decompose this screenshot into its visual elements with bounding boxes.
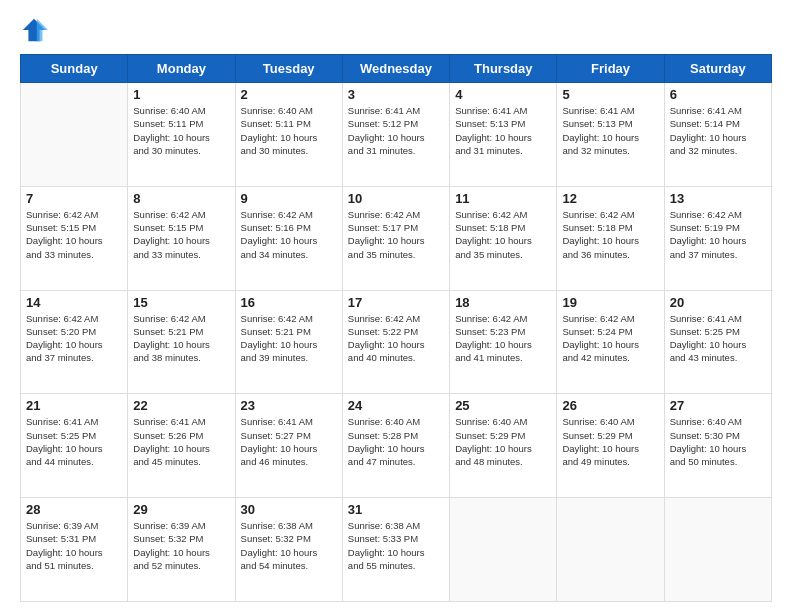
day-number: 12 xyxy=(562,191,658,206)
day-info: Sunrise: 6:39 AM Sunset: 5:31 PM Dayligh… xyxy=(26,519,122,572)
weekday-header-friday: Friday xyxy=(557,55,664,83)
day-info: Sunrise: 6:39 AM Sunset: 5:32 PM Dayligh… xyxy=(133,519,229,572)
day-cell xyxy=(21,83,128,187)
day-cell: 25Sunrise: 6:40 AM Sunset: 5:29 PM Dayli… xyxy=(450,394,557,498)
week-row-3: 14Sunrise: 6:42 AM Sunset: 5:20 PM Dayli… xyxy=(21,290,772,394)
page: SundayMondayTuesdayWednesdayThursdayFrid… xyxy=(0,0,792,612)
day-cell: 9Sunrise: 6:42 AM Sunset: 5:16 PM Daylig… xyxy=(235,186,342,290)
day-number: 7 xyxy=(26,191,122,206)
day-cell xyxy=(557,498,664,602)
day-number: 19 xyxy=(562,295,658,310)
day-cell: 7Sunrise: 6:42 AM Sunset: 5:15 PM Daylig… xyxy=(21,186,128,290)
day-info: Sunrise: 6:41 AM Sunset: 5:12 PM Dayligh… xyxy=(348,104,444,157)
weekday-header-row: SundayMondayTuesdayWednesdayThursdayFrid… xyxy=(21,55,772,83)
day-cell: 26Sunrise: 6:40 AM Sunset: 5:29 PM Dayli… xyxy=(557,394,664,498)
day-cell: 1Sunrise: 6:40 AM Sunset: 5:11 PM Daylig… xyxy=(128,83,235,187)
day-number: 17 xyxy=(348,295,444,310)
day-number: 3 xyxy=(348,87,444,102)
day-info: Sunrise: 6:42 AM Sunset: 5:15 PM Dayligh… xyxy=(133,208,229,261)
day-number: 9 xyxy=(241,191,337,206)
day-cell: 5Sunrise: 6:41 AM Sunset: 5:13 PM Daylig… xyxy=(557,83,664,187)
weekday-header-thursday: Thursday xyxy=(450,55,557,83)
day-number: 11 xyxy=(455,191,551,206)
weekday-header-monday: Monday xyxy=(128,55,235,83)
day-cell: 22Sunrise: 6:41 AM Sunset: 5:26 PM Dayli… xyxy=(128,394,235,498)
day-number: 31 xyxy=(348,502,444,517)
day-cell: 14Sunrise: 6:42 AM Sunset: 5:20 PM Dayli… xyxy=(21,290,128,394)
weekday-header-tuesday: Tuesday xyxy=(235,55,342,83)
weekday-header-saturday: Saturday xyxy=(664,55,771,83)
day-cell: 8Sunrise: 6:42 AM Sunset: 5:15 PM Daylig… xyxy=(128,186,235,290)
logo-icon xyxy=(20,16,48,44)
day-info: Sunrise: 6:40 AM Sunset: 5:30 PM Dayligh… xyxy=(670,415,766,468)
day-cell: 27Sunrise: 6:40 AM Sunset: 5:30 PM Dayli… xyxy=(664,394,771,498)
day-info: Sunrise: 6:41 AM Sunset: 5:26 PM Dayligh… xyxy=(133,415,229,468)
week-row-2: 7Sunrise: 6:42 AM Sunset: 5:15 PM Daylig… xyxy=(21,186,772,290)
weekday-header-sunday: Sunday xyxy=(21,55,128,83)
day-cell: 29Sunrise: 6:39 AM Sunset: 5:32 PM Dayli… xyxy=(128,498,235,602)
day-cell: 2Sunrise: 6:40 AM Sunset: 5:11 PM Daylig… xyxy=(235,83,342,187)
day-cell xyxy=(664,498,771,602)
day-number: 30 xyxy=(241,502,337,517)
day-number: 2 xyxy=(241,87,337,102)
day-number: 4 xyxy=(455,87,551,102)
day-number: 29 xyxy=(133,502,229,517)
day-cell: 13Sunrise: 6:42 AM Sunset: 5:19 PM Dayli… xyxy=(664,186,771,290)
day-cell: 11Sunrise: 6:42 AM Sunset: 5:18 PM Dayli… xyxy=(450,186,557,290)
day-number: 14 xyxy=(26,295,122,310)
day-info: Sunrise: 6:42 AM Sunset: 5:23 PM Dayligh… xyxy=(455,312,551,365)
day-cell: 20Sunrise: 6:41 AM Sunset: 5:25 PM Dayli… xyxy=(664,290,771,394)
day-cell: 21Sunrise: 6:41 AM Sunset: 5:25 PM Dayli… xyxy=(21,394,128,498)
day-cell: 18Sunrise: 6:42 AM Sunset: 5:23 PM Dayli… xyxy=(450,290,557,394)
day-cell: 12Sunrise: 6:42 AM Sunset: 5:18 PM Dayli… xyxy=(557,186,664,290)
day-cell: 19Sunrise: 6:42 AM Sunset: 5:24 PM Dayli… xyxy=(557,290,664,394)
day-info: Sunrise: 6:41 AM Sunset: 5:25 PM Dayligh… xyxy=(670,312,766,365)
day-info: Sunrise: 6:41 AM Sunset: 5:13 PM Dayligh… xyxy=(455,104,551,157)
day-info: Sunrise: 6:41 AM Sunset: 5:25 PM Dayligh… xyxy=(26,415,122,468)
day-cell xyxy=(450,498,557,602)
logo xyxy=(20,16,52,44)
day-number: 18 xyxy=(455,295,551,310)
day-cell: 15Sunrise: 6:42 AM Sunset: 5:21 PM Dayli… xyxy=(128,290,235,394)
day-cell: 16Sunrise: 6:42 AM Sunset: 5:21 PM Dayli… xyxy=(235,290,342,394)
day-number: 5 xyxy=(562,87,658,102)
day-number: 13 xyxy=(670,191,766,206)
day-info: Sunrise: 6:40 AM Sunset: 5:29 PM Dayligh… xyxy=(455,415,551,468)
day-cell: 31Sunrise: 6:38 AM Sunset: 5:33 PM Dayli… xyxy=(342,498,449,602)
day-number: 15 xyxy=(133,295,229,310)
day-info: Sunrise: 6:42 AM Sunset: 5:16 PM Dayligh… xyxy=(241,208,337,261)
day-cell: 24Sunrise: 6:40 AM Sunset: 5:28 PM Dayli… xyxy=(342,394,449,498)
svg-marker-1 xyxy=(37,19,48,41)
day-number: 27 xyxy=(670,398,766,413)
day-info: Sunrise: 6:42 AM Sunset: 5:20 PM Dayligh… xyxy=(26,312,122,365)
day-info: Sunrise: 6:42 AM Sunset: 5:19 PM Dayligh… xyxy=(670,208,766,261)
day-cell: 4Sunrise: 6:41 AM Sunset: 5:13 PM Daylig… xyxy=(450,83,557,187)
day-info: Sunrise: 6:42 AM Sunset: 5:18 PM Dayligh… xyxy=(562,208,658,261)
day-number: 21 xyxy=(26,398,122,413)
day-info: Sunrise: 6:42 AM Sunset: 5:21 PM Dayligh… xyxy=(133,312,229,365)
day-info: Sunrise: 6:41 AM Sunset: 5:27 PM Dayligh… xyxy=(241,415,337,468)
day-info: Sunrise: 6:41 AM Sunset: 5:14 PM Dayligh… xyxy=(670,104,766,157)
day-number: 6 xyxy=(670,87,766,102)
day-cell: 30Sunrise: 6:38 AM Sunset: 5:32 PM Dayli… xyxy=(235,498,342,602)
day-info: Sunrise: 6:41 AM Sunset: 5:13 PM Dayligh… xyxy=(562,104,658,157)
week-row-4: 21Sunrise: 6:41 AM Sunset: 5:25 PM Dayli… xyxy=(21,394,772,498)
day-cell: 28Sunrise: 6:39 AM Sunset: 5:31 PM Dayli… xyxy=(21,498,128,602)
day-info: Sunrise: 6:42 AM Sunset: 5:17 PM Dayligh… xyxy=(348,208,444,261)
day-info: Sunrise: 6:40 AM Sunset: 5:11 PM Dayligh… xyxy=(241,104,337,157)
week-row-5: 28Sunrise: 6:39 AM Sunset: 5:31 PM Dayli… xyxy=(21,498,772,602)
day-cell: 23Sunrise: 6:41 AM Sunset: 5:27 PM Dayli… xyxy=(235,394,342,498)
day-number: 10 xyxy=(348,191,444,206)
day-info: Sunrise: 6:42 AM Sunset: 5:21 PM Dayligh… xyxy=(241,312,337,365)
day-info: Sunrise: 6:38 AM Sunset: 5:33 PM Dayligh… xyxy=(348,519,444,572)
day-cell: 6Sunrise: 6:41 AM Sunset: 5:14 PM Daylig… xyxy=(664,83,771,187)
day-number: 1 xyxy=(133,87,229,102)
day-number: 26 xyxy=(562,398,658,413)
day-info: Sunrise: 6:40 AM Sunset: 5:28 PM Dayligh… xyxy=(348,415,444,468)
day-info: Sunrise: 6:40 AM Sunset: 5:11 PM Dayligh… xyxy=(133,104,229,157)
day-info: Sunrise: 6:40 AM Sunset: 5:29 PM Dayligh… xyxy=(562,415,658,468)
day-number: 22 xyxy=(133,398,229,413)
weekday-header-wednesday: Wednesday xyxy=(342,55,449,83)
week-row-1: 1Sunrise: 6:40 AM Sunset: 5:11 PM Daylig… xyxy=(21,83,772,187)
header xyxy=(20,16,772,44)
